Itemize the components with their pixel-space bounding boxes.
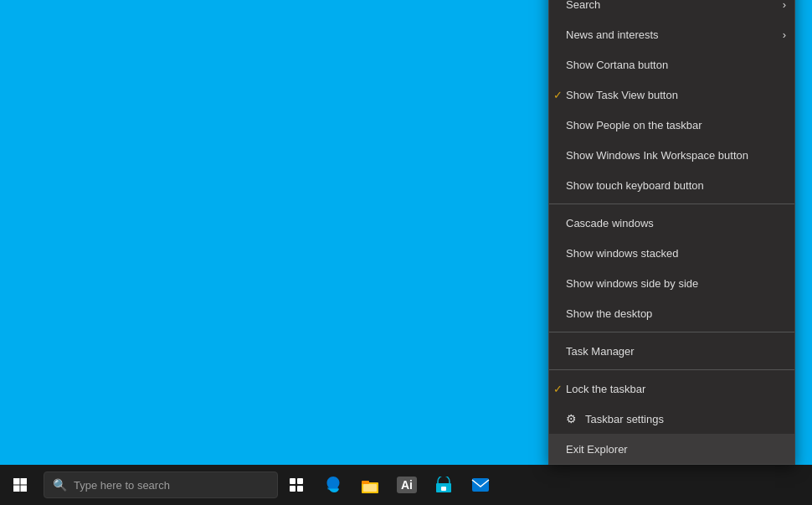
file-explorer-button[interactable]: [352, 465, 388, 505]
menu-item-task-manager[interactable]: Task Manager: [549, 336, 794, 366]
menu-item-show-desktop[interactable]: Show the desktop: [549, 298, 794, 328]
menu-item-exit-explorer[interactable]: Exit Explorer: [549, 434, 794, 464]
menu-item-label: Lock the taskbar: [566, 383, 645, 395]
gear-icon: ⚙: [566, 412, 577, 425]
svg-rect-1: [297, 478, 303, 484]
menu-item-label: News and interests: [566, 28, 659, 41]
menu-item-show-people[interactable]: Show People on the taskbar: [549, 110, 794, 140]
menu-item-search[interactable]: Search›: [549, 0, 794, 19]
menu-item-label: Show Cortana button: [566, 59, 668, 71]
submenu-arrow-icon: ›: [783, 0, 786, 11]
check-mark-icon: ✓: [553, 383, 563, 395]
menu-divider: [549, 204, 794, 204]
ai-label: Ai: [397, 477, 417, 493]
menu-divider: [549, 332, 794, 332]
search-placeholder: Type here to search: [74, 479, 170, 492]
svg-rect-9: [472, 478, 489, 492]
menu-item-lock-taskbar[interactable]: ✓Lock the taskbar: [549, 374, 794, 404]
menu-item-show-task-view[interactable]: ✓Show Task View button: [549, 80, 794, 110]
svg-rect-3: [297, 486, 303, 492]
context-menu: Toolbars›Search›News and interests›Show …: [548, 0, 795, 465]
menu-item-label: Show windows stacked: [566, 247, 678, 260]
search-icon: 🔍: [53, 478, 67, 492]
menu-item-label: Task Manager: [566, 345, 635, 358]
menu-item-label: Show Windows Ink Workspace button: [566, 149, 748, 162]
menu-item-cascade[interactable]: Cascade windows: [549, 208, 794, 238]
file-explorer-icon: [361, 477, 379, 493]
menu-item-show-cortana[interactable]: Show Cortana button: [549, 49, 794, 80]
check-mark-icon: ✓: [553, 89, 563, 101]
svg-rect-2: [290, 486, 296, 492]
svg-rect-0: [290, 478, 296, 484]
task-view-button[interactable]: [278, 465, 315, 505]
mail-icon: [471, 477, 490, 492]
menu-item-label: Show Task View button: [566, 89, 678, 101]
store-icon: [435, 477, 452, 493]
search-bar[interactable]: 🔍 Type here to search: [44, 472, 278, 498]
menu-divider: [549, 369, 794, 370]
start-button[interactable]: [0, 465, 40, 505]
edge-icon: [324, 476, 342, 494]
menu-item-label: Exit Explorer: [566, 443, 628, 456]
taskbar: 🔍 Type here to search Ai: [0, 465, 812, 505]
menu-item-label: Show windows side by side: [566, 277, 698, 290]
submenu-arrow-icon: ›: [783, 28, 786, 41]
svg-rect-5: [362, 481, 369, 484]
edge-browser-button[interactable]: [315, 465, 352, 505]
menu-item-show-ink[interactable]: Show Windows Ink Workspace button: [549, 140, 794, 170]
store-button[interactable]: [425, 465, 462, 505]
menu-item-show-touch[interactable]: Show touch keyboard button: [549, 170, 794, 200]
menu-item-label: Show People on the taskbar: [566, 119, 702, 131]
menu-item-side-by-side[interactable]: Show windows side by side: [549, 268, 794, 298]
svg-rect-8: [441, 487, 446, 491]
menu-item-label: Search: [566, 0, 600, 11]
menu-item-label: Show the desktop: [566, 307, 652, 320]
mail-button[interactable]: [462, 465, 499, 505]
menu-item-news-interests[interactable]: News and interests›: [549, 19, 794, 49]
task-view-icon: [289, 477, 304, 492]
menu-item-stacked[interactable]: Show windows stacked: [549, 238, 794, 268]
menu-item-taskbar-settings[interactable]: ⚙Taskbar settings: [549, 404, 794, 434]
menu-item-label: Cascade windows: [566, 217, 654, 229]
windows-logo-icon: [13, 478, 27, 492]
menu-item-label: Show touch keyboard button: [566, 179, 704, 192]
svg-rect-6: [363, 484, 377, 492]
cortana-ai-button[interactable]: Ai: [388, 465, 425, 505]
menu-item-label: Taskbar settings: [585, 413, 664, 425]
